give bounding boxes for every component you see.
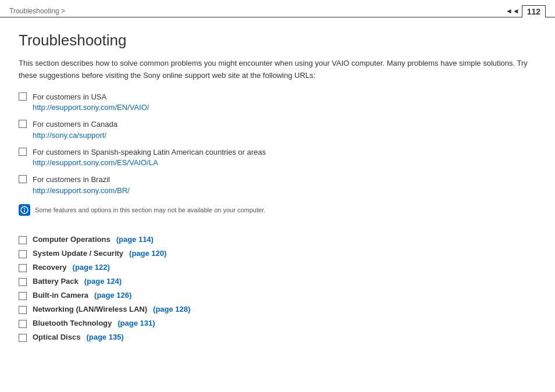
checkbox-icon <box>19 236 27 244</box>
checkbox-icon <box>19 148 27 156</box>
checkbox-icon <box>19 320 27 328</box>
note-section: Some features and options in this sectio… <box>19 204 536 216</box>
list-item: For customers in USA http://esupport.son… <box>19 91 536 112</box>
nav-item-link-0[interactable]: (page 114) <box>116 235 154 244</box>
checkbox-icon <box>19 175 27 183</box>
nav-item-link-4[interactable]: (page 126) <box>94 291 131 300</box>
nav-list: Computer Operations (page 114) System Up… <box>19 235 536 342</box>
nav-item-label-7: Optical Discs <box>33 333 80 341</box>
list-item-content: For customers in USA http://esupport.son… <box>33 91 149 112</box>
list-item: For customers in Spanish-speaking Latin … <box>19 147 536 168</box>
nav-item-link-1[interactable]: (page 120) <box>129 249 166 258</box>
checkbox-icon <box>19 120 27 128</box>
nav-list-item: Optical Discs (page 135) <box>19 333 536 342</box>
page-number: 112 <box>522 5 546 17</box>
nav-item-label-2: Recovery <box>33 263 67 272</box>
nav-list-item: Recovery (page 122) <box>19 263 536 272</box>
nav-item-link-3[interactable]: (page 124) <box>84 277 122 286</box>
checkbox-icon <box>19 92 27 101</box>
nav-item-label-6: Bluetooth Technology <box>33 319 112 327</box>
customers-list: For customers in USA http://esupport.son… <box>19 91 536 195</box>
intro-text: This section describes how to solve comm… <box>19 58 536 82</box>
top-bar: Troubleshooting > ◄◄ 112 <box>0 0 555 17</box>
nav-item-link-7[interactable]: (page 135) <box>86 333 123 341</box>
nav-list-item: Computer Operations (page 114) <box>19 235 536 244</box>
nav-item-link-2[interactable]: (page 122) <box>73 263 110 272</box>
checkbox-icon <box>19 334 27 342</box>
nav-item-label-1: System Update / Security <box>33 249 123 258</box>
customer-label-0: For customers in USA <box>33 91 149 103</box>
note-text: Some features and options in this sectio… <box>35 204 265 215</box>
nav-list-item: Built-in Camera (page 126) <box>19 291 536 300</box>
breadcrumb: Troubleshooting > <box>9 7 65 15</box>
customer-label-2: For customers in Spanish-speaking Latin … <box>33 147 266 158</box>
page-number-container: ◄◄ 112 <box>506 5 546 17</box>
checkbox-icon <box>19 306 27 314</box>
checkbox-icon <box>19 278 27 286</box>
svg-point-1 <box>24 208 25 209</box>
customer-label-3: For customers in Brazil <box>33 174 130 186</box>
nav-list-item: System Update / Security (page 120) <box>19 249 536 258</box>
list-item: For customers in Brazil http://esupport.… <box>19 174 536 195</box>
nav-item-label-3: Battery Pack <box>33 277 79 286</box>
prev-arrow-icon: ◄◄ <box>506 7 520 15</box>
nav-item-link-6[interactable]: (page 131) <box>118 319 155 327</box>
customer-link-1[interactable]: http://sony.ca/support/ <box>33 131 118 140</box>
checkbox-icon <box>19 250 27 258</box>
nav-item-link-5[interactable]: (page 128) <box>153 305 190 313</box>
note-icon <box>19 204 30 216</box>
list-item-content: For customers in Canada http://sony.ca/s… <box>33 119 118 140</box>
divider <box>19 227 536 228</box>
nav-item-label-4: Built-in Camera <box>33 291 88 300</box>
customer-link-3[interactable]: http://esupport.sony.com/BR/ <box>33 186 130 195</box>
nav-list-item: Networking (LAN/Wireless LAN) (page 128) <box>19 305 536 314</box>
page-title: Troubleshooting <box>19 31 536 49</box>
nav-list-item: Bluetooth Technology (page 131) <box>19 319 536 328</box>
checkbox-icon <box>19 264 27 272</box>
nav-item-label-5: Networking (LAN/Wireless LAN) <box>33 305 147 313</box>
nav-item-label-0: Computer Operations <box>33 235 111 244</box>
main-content: Troubleshooting This section describes h… <box>0 17 555 358</box>
customer-label-1: For customers in Canada <box>33 119 118 130</box>
checkbox-icon <box>19 292 27 300</box>
svg-rect-2 <box>24 209 25 212</box>
nav-list-item: Battery Pack (page 124) <box>19 277 536 286</box>
customer-link-2[interactable]: http://esupport.sony.com/ES/VAIO/LA <box>33 158 266 167</box>
list-item-content: For customers in Brazil http://esupport.… <box>33 174 130 195</box>
customer-link-0[interactable]: http://esupport.sony.com/EN/VAIO/ <box>33 103 149 112</box>
list-item: For customers in Canada http://sony.ca/s… <box>19 119 536 140</box>
list-item-content: For customers in Spanish-speaking Latin … <box>33 147 266 168</box>
